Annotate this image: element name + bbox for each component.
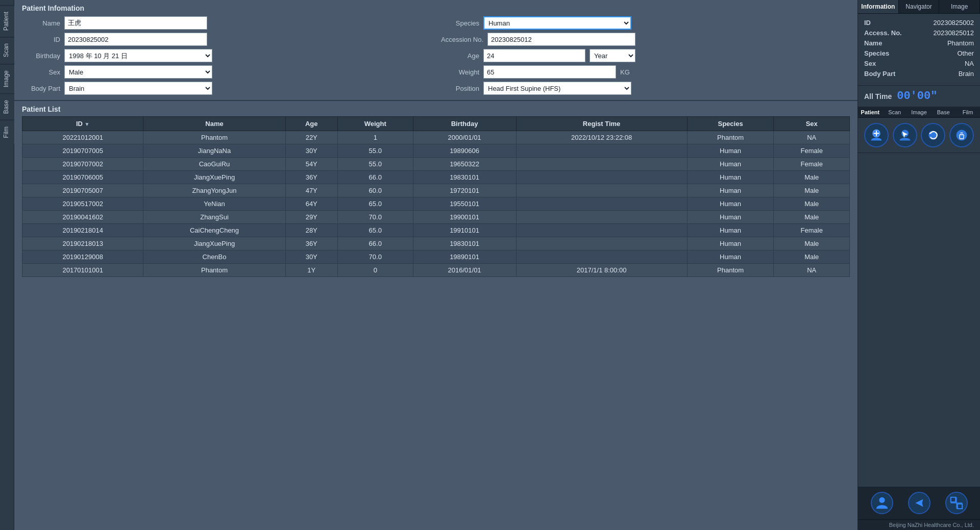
table-row[interactable]: 20170101001Phantom1Y02016/01/012017/1/1 … xyxy=(22,264,850,277)
weight-input[interactable] xyxy=(483,65,616,79)
left-tab-image[interactable]: Image xyxy=(0,64,14,93)
left-tab-film[interactable]: Film xyxy=(0,120,14,144)
info-row-access: Access. No. 20230825012 xyxy=(864,29,974,37)
left-tab-patient[interactable]: Patient xyxy=(0,5,14,37)
scan-button[interactable] xyxy=(945,492,968,514)
position-select[interactable]: Head First Supine (HFS) xyxy=(483,82,631,95)
left-tab-bar: Patient Scan Image Base Film xyxy=(0,0,14,530)
action-buttons-row xyxy=(858,118,980,153)
table-cell: 55.0 xyxy=(337,158,413,171)
table-cell: 19890606 xyxy=(413,144,516,158)
right-tab-information[interactable]: Information xyxy=(858,0,899,13)
table-cell xyxy=(516,250,687,264)
table-cell: ZhangYongJun xyxy=(143,184,285,197)
info-row-name: Name Phantom xyxy=(864,39,974,47)
table-cell: 19720101 xyxy=(413,184,516,197)
action-tab-base[interactable]: Base xyxy=(931,107,955,117)
table-header-row: ID ▼ Name Age Weight Birthday Regist Tim… xyxy=(22,117,850,131)
table-cell xyxy=(516,171,687,184)
info-key-sex: Sex xyxy=(864,60,905,67)
col-header-species: Species xyxy=(687,117,774,131)
delete-patient-button[interactable] xyxy=(949,123,974,147)
table-cell: Human xyxy=(687,250,774,264)
svg-rect-12 xyxy=(950,497,955,502)
sex-select[interactable]: Male xyxy=(64,65,212,79)
table-cell: 20190706005 xyxy=(22,171,143,184)
table-cell xyxy=(516,184,687,197)
table-cell: JiangXuePing xyxy=(143,171,285,184)
refresh-button[interactable] xyxy=(921,123,945,147)
table-row[interactable]: 20190706005JiangXuePing36Y66.019830101Hu… xyxy=(22,171,850,184)
id-input[interactable] xyxy=(64,33,207,46)
table-cell xyxy=(516,211,687,224)
table-cell: Male xyxy=(774,197,850,211)
table-row[interactable]: 20190705007ZhangYongJun47Y60.019720101Hu… xyxy=(22,184,850,197)
table-row[interactable]: 20190707002CaoGuiRu54Y55.019650322HumanF… xyxy=(22,158,850,171)
right-panel-spacer xyxy=(858,153,980,487)
table-cell: 36Y xyxy=(285,171,337,184)
birthday-row: Birthday 1998 年 10 月 21 日 xyxy=(22,49,431,62)
action-tab-patient[interactable]: Patient xyxy=(858,107,883,117)
table-row[interactable]: 20190218014CaiChengCheng28Y65.019910101H… xyxy=(22,224,850,237)
info-section: ID 20230825002 Access. No. 20230825012 N… xyxy=(858,14,980,86)
table-cell: 65.0 xyxy=(337,224,413,237)
name-label: Name xyxy=(22,19,60,27)
action-tab-film[interactable]: Film xyxy=(955,107,980,117)
accession-input[interactable] xyxy=(487,33,635,46)
arrow-button[interactable] xyxy=(908,492,930,514)
table-cell: 2000/01/01 xyxy=(413,131,516,144)
name-input[interactable] xyxy=(64,16,207,30)
table-cell: YeNian xyxy=(143,197,285,211)
species-label: Species xyxy=(441,19,479,27)
name-row: Name xyxy=(22,16,431,30)
bottom-buttons-row xyxy=(858,487,980,519)
table-cell: 19830101 xyxy=(413,171,516,184)
table-row[interactable]: 20190129008ChenBo30Y70.019890101HumanMal… xyxy=(22,250,850,264)
person-button[interactable] xyxy=(871,492,893,514)
table-row[interactable]: 20190041602ZhangSui29Y70.019900101HumanM… xyxy=(22,211,850,224)
col-header-birthday: Birthday xyxy=(413,117,516,131)
birthday-select[interactable]: 1998 年 10 月 21 日 xyxy=(64,49,212,62)
right-tab-bar: Information Navigator Image xyxy=(858,0,980,14)
patient-list-panel: Patient List ID ▼ Name Age Weight Birthd… xyxy=(14,101,857,530)
table-row[interactable]: 20190517002YeNian64Y65.019550101HumanMal… xyxy=(22,197,850,211)
action-tab-image[interactable]: Image xyxy=(907,107,932,117)
age-unit-select[interactable]: Year xyxy=(590,49,635,62)
position-label: Position xyxy=(441,85,479,92)
svg-rect-8 xyxy=(960,134,964,135)
table-row[interactable]: 20221012001Phantom22Y12000/01/012022/10/… xyxy=(22,131,850,144)
age-input[interactable] xyxy=(483,49,585,62)
table-cell: 20190517002 xyxy=(22,197,143,211)
table-cell: 1 xyxy=(337,131,413,144)
col-header-id: ID ▼ xyxy=(22,117,143,131)
select-patient-button[interactable] xyxy=(893,123,917,147)
table-cell: Phantom xyxy=(687,131,774,144)
table-row[interactable]: 20190707005JiangNaNa30Y55.019890606Human… xyxy=(22,144,850,158)
table-row[interactable]: 20190218013JiangXuePing36Y66.019830101Hu… xyxy=(22,237,850,250)
patient-info-panel: Patient Infomation Name ID Birthday 1998… xyxy=(14,0,857,101)
action-tab-scan[interactable]: Scan xyxy=(883,107,907,117)
table-cell xyxy=(516,197,687,211)
species-select[interactable]: Human xyxy=(483,16,631,30)
col-header-name: Name xyxy=(143,117,285,131)
right-tab-navigator[interactable]: Navigator xyxy=(899,0,940,13)
table-cell: 65.0 xyxy=(337,197,413,211)
table-cell: 19890101 xyxy=(413,250,516,264)
table-cell: 54Y xyxy=(285,158,337,171)
table-cell: Human xyxy=(687,171,774,184)
table-cell: Phantom xyxy=(143,264,285,277)
patient-form-grid: Name ID Birthday 1998 年 10 月 21 日 Sex xyxy=(22,16,850,95)
table-cell: 70.0 xyxy=(337,250,413,264)
right-tab-image[interactable]: Image xyxy=(939,0,980,13)
table-cell: 20190041602 xyxy=(22,211,143,224)
left-tab-scan[interactable]: Scan xyxy=(0,37,14,63)
id-row: ID xyxy=(22,33,431,46)
left-tab-base[interactable]: Base xyxy=(0,93,14,120)
bodypart-select[interactable]: Brain xyxy=(64,82,212,95)
table-cell: 19830101 xyxy=(413,237,516,250)
table-cell: 2017/1/1 8:00:00 xyxy=(516,264,687,277)
add-patient-button[interactable] xyxy=(864,123,889,147)
table-cell: 19550101 xyxy=(413,197,516,211)
table-cell: 20221012001 xyxy=(22,131,143,144)
right-panel: Information Navigator Image ID 202308250… xyxy=(857,0,980,530)
